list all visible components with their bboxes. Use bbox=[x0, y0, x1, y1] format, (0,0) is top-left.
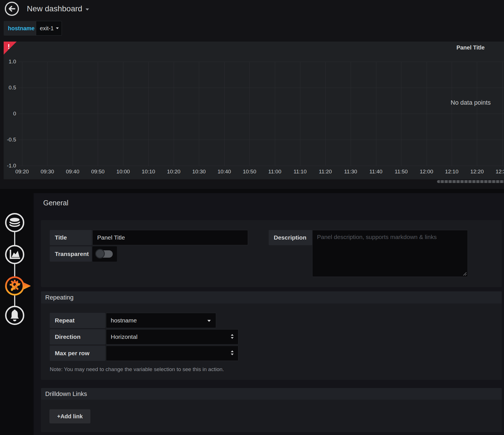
x-axis-label: 11:30 bbox=[338, 169, 363, 175]
gridline-v bbox=[22, 62, 22, 166]
gridline-v bbox=[477, 62, 477, 166]
gridline-v bbox=[47, 62, 47, 166]
repeat-dropdown[interactable]: hostname bbox=[106, 313, 216, 328]
x-axis-label: 11:00 bbox=[262, 169, 288, 175]
back-button[interactable] bbox=[5, 2, 19, 16]
tab-connector-line bbox=[14, 223, 15, 316]
tab-alert[interactable] bbox=[5, 306, 24, 325]
panel-title[interactable]: Panel Title bbox=[439, 44, 502, 51]
no-data-message: No data points bbox=[442, 99, 499, 106]
x-axis-label: 09:50 bbox=[85, 169, 110, 175]
x-axis-label: 11:40 bbox=[363, 169, 389, 175]
y-axis-label: 0 bbox=[4, 111, 16, 117]
gridline-v bbox=[199, 62, 199, 166]
x-axis-label: 12:00 bbox=[414, 169, 439, 175]
x-axis-label: 09:20 bbox=[9, 169, 35, 175]
transparent-toggle-knob[interactable] bbox=[95, 249, 105, 259]
max-per-row-select[interactable] bbox=[106, 346, 238, 361]
panel-error-corner[interactable] bbox=[4, 42, 17, 55]
grafana-dashboard-edit: New dashboard hostname exit-1 1.00.50-0.… bbox=[0, 0, 504, 435]
dashboard-title[interactable]: New dashboard bbox=[27, 4, 82, 13]
x-axis-label: 12:10 bbox=[439, 169, 464, 175]
gridline-h bbox=[18, 88, 504, 88]
x-axis-label: 09:30 bbox=[34, 169, 60, 175]
gridline-v bbox=[123, 62, 123, 166]
gridline-v bbox=[502, 62, 503, 166]
x-axis-label: 10:40 bbox=[212, 169, 237, 175]
gridline-v bbox=[351, 62, 351, 166]
gridline-h bbox=[18, 62, 504, 62]
dashboard-title-caret-icon[interactable] bbox=[86, 8, 89, 10]
gridline-v bbox=[174, 62, 174, 166]
repeat-label: Repeat bbox=[50, 313, 105, 328]
tab-general[interactable] bbox=[4, 276, 31, 296]
add-link-button[interactable]: +Add link bbox=[49, 409, 90, 423]
gridline-v bbox=[376, 62, 376, 166]
repeating-note: Note: You may need to change the variabl… bbox=[50, 366, 224, 372]
gridline-v bbox=[452, 62, 452, 166]
drilldown-section-heading: Drilldown Links bbox=[41, 388, 502, 400]
repeating-section-heading: Repeating bbox=[41, 291, 502, 303]
bell-icon bbox=[8, 309, 21, 322]
panel-error-icon: ! bbox=[8, 43, 10, 51]
graph-panel[interactable]: 1.00.50-0.5-1.009:2009:3009:4009:5010:00… bbox=[4, 42, 504, 179]
y-axis-label: -1.0 bbox=[4, 163, 16, 169]
x-axis-label: 12:30 bbox=[490, 169, 504, 175]
gridline-v bbox=[275, 62, 275, 166]
variable-value-dropdown[interactable]: exit-1 bbox=[36, 21, 62, 36]
gridline-v bbox=[249, 62, 250, 166]
select-arrows-icon bbox=[231, 350, 234, 355]
title-label: Title bbox=[50, 230, 92, 245]
direction-select[interactable]: Horizontal bbox=[106, 329, 238, 344]
x-axis-label: 12:20 bbox=[464, 169, 490, 175]
x-axis-label: 10:00 bbox=[110, 169, 136, 175]
gridline-v bbox=[401, 62, 401, 166]
gridline-v bbox=[300, 62, 300, 166]
x-axis-label: 10:20 bbox=[161, 169, 186, 175]
arrow-left-icon bbox=[8, 6, 16, 12]
template-variable: hostname exit-1 bbox=[4, 21, 62, 36]
area-chart-icon bbox=[9, 249, 21, 260]
x-axis-label: 10:30 bbox=[186, 169, 212, 175]
chevron-down-icon bbox=[207, 320, 211, 322]
x-axis-label: 11:50 bbox=[388, 169, 414, 175]
variable-name-label[interactable]: hostname bbox=[4, 21, 36, 36]
gridline-v bbox=[427, 62, 427, 166]
description-label: Description bbox=[269, 230, 312, 245]
title-input[interactable] bbox=[92, 230, 248, 245]
select-arrows-icon bbox=[231, 334, 234, 339]
y-axis-label: 0.5 bbox=[4, 85, 16, 91]
description-textarea[interactable] bbox=[312, 230, 468, 277]
tab-queries[interactable] bbox=[5, 213, 24, 232]
max-per-row-label: Max per row bbox=[50, 346, 105, 361]
transparent-label: Transparent bbox=[50, 246, 92, 262]
tab-visualization[interactable] bbox=[5, 245, 24, 264]
x-axis-label: 10:50 bbox=[237, 169, 262, 175]
x-axis-label: 11:10 bbox=[287, 169, 313, 175]
gridline-h bbox=[18, 114, 504, 114]
gridline-h bbox=[18, 140, 504, 140]
y-axis-label: -0.5 bbox=[4, 137, 16, 143]
y-axis-label: 1.0 bbox=[4, 59, 16, 65]
database-icon bbox=[8, 217, 21, 228]
drilldown-section-body bbox=[41, 400, 502, 432]
gridline-v bbox=[98, 62, 98, 166]
editor-tab-heading: General bbox=[43, 199, 68, 207]
x-axis-label: 09:40 bbox=[60, 169, 85, 175]
gridline-v bbox=[73, 62, 73, 166]
x-axis-label: 11:20 bbox=[313, 169, 338, 175]
gridline-h bbox=[18, 166, 504, 166]
gridline-v bbox=[148, 62, 149, 166]
horizontal-scrollbar[interactable] bbox=[437, 180, 504, 183]
gridline-v bbox=[224, 62, 225, 166]
resize-handle-icon[interactable] bbox=[462, 272, 467, 276]
gridline-v bbox=[325, 62, 326, 166]
direction-label: Direction bbox=[50, 329, 105, 344]
x-axis-label: 10:10 bbox=[136, 169, 161, 175]
chevron-down-icon bbox=[56, 27, 59, 29]
